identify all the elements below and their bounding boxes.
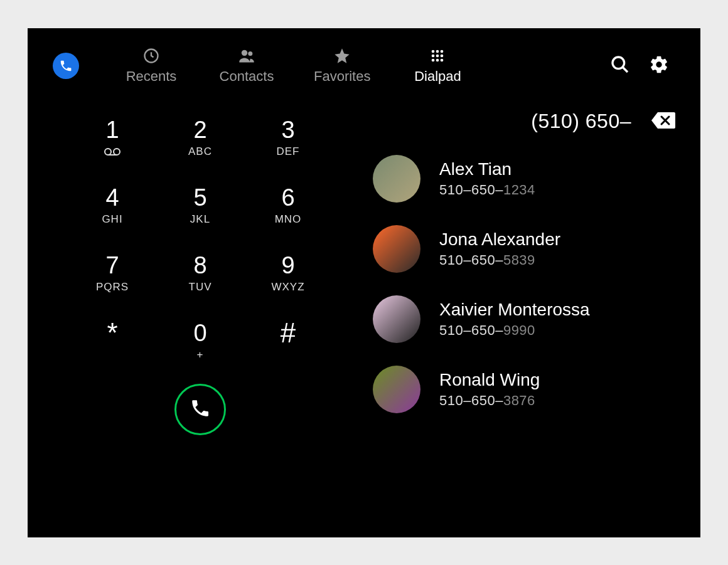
key-sub: WXYZ [271, 281, 304, 293]
key-7[interactable]: 7PQRS [68, 245, 156, 302]
dialed-number-row: (510) 650– [373, 110, 675, 133]
svg-point-5 [441, 50, 444, 53]
svg-point-2 [248, 51, 252, 56]
svg-point-9 [432, 59, 435, 62]
avatar [373, 295, 420, 343]
contact-phone: 510–650–5839 [439, 252, 560, 268]
key-digit: 8 [193, 253, 206, 277]
phone-app-icon[interactable] [53, 53, 79, 79]
gear-icon [649, 55, 669, 77]
dialed-number: (510) 650– [531, 110, 631, 133]
key-2[interactable]: 2ABC [156, 109, 244, 167]
key-digit: 3 [281, 118, 294, 142]
phone-match: 510–650– [439, 393, 503, 408]
key-sub: + [197, 349, 204, 361]
contact-name: Xaivier Monterossa [439, 300, 590, 320]
phone-rest: 3876 [503, 393, 535, 408]
key-3[interactable]: 3DEF [244, 109, 332, 167]
contact-phone: 510–650–3876 [439, 393, 540, 409]
key-9[interactable]: 9WXYZ [244, 245, 332, 302]
svg-point-1 [242, 50, 247, 56]
avatar [373, 366, 420, 413]
contact-info: Alex Tian510–650–1234 [439, 159, 535, 198]
phone-rest: 1234 [503, 182, 535, 198]
key-0[interactable]: 0+ [156, 312, 244, 370]
key-digit: 1 [105, 118, 119, 142]
svg-point-10 [436, 59, 439, 62]
svg-line-13 [623, 67, 628, 72]
svg-point-11 [441, 59, 444, 62]
contact-suggestion[interactable]: Jona Alexander510–650–5839 [373, 225, 675, 273]
key-1[interactable]: 1 [68, 109, 156, 167]
phone-app: Recents Contacts Favorites [28, 28, 700, 537]
svg-point-4 [436, 50, 439, 53]
tab-contacts[interactable]: Contacts [218, 47, 275, 85]
key-sub: DEF [277, 145, 300, 158]
key-digit: # [281, 319, 296, 347]
phone-rest: 5839 [503, 252, 535, 268]
suggestions-panel: (510) 650– Alex Tian510–650–1234Jona Ale… [373, 107, 675, 435]
people-icon [237, 47, 256, 65]
backspace-icon [650, 111, 675, 132]
key-6[interactable]: 6MNO [244, 177, 332, 235]
phone-match: 510–650– [439, 252, 503, 268]
top-actions [610, 55, 669, 77]
tab-dialpad[interactable]: Dialpad [409, 47, 466, 85]
key-sub [104, 145, 120, 158]
top-bar: Recents Contacts Favorites [28, 28, 700, 91]
search-button[interactable] [610, 55, 630, 77]
key-digit: 4 [105, 186, 119, 209]
contact-suggestion[interactable]: Xaivier Monterossa510–650–9990 [373, 295, 675, 343]
tab-recents[interactable]: Recents [123, 47, 179, 85]
key-5[interactable]: 5JKL [156, 177, 244, 235]
tab-label: Dialpad [414, 68, 461, 85]
key-digit: 0 [193, 321, 206, 345]
avatar [373, 225, 420, 273]
key-sub: ABC [188, 145, 212, 158]
phone-rest: 9990 [503, 322, 535, 338]
key-sub: GHI [102, 213, 122, 226]
key-sub: TUV [189, 281, 212, 293]
svg-point-8 [441, 55, 444, 58]
svg-point-3 [432, 50, 435, 53]
key-digit: 9 [281, 253, 294, 277]
key-#[interactable]: # [244, 312, 332, 370]
key-8[interactable]: 8TUV [156, 245, 244, 302]
settings-button[interactable] [649, 55, 669, 77]
tab-bar: Recents Contacts Favorites [123, 47, 466, 85]
svg-point-7 [436, 55, 439, 58]
dialpad-keys: 12ABC3DEF4GHI5JKL6MNO7PQRS8TUV9WXYZ*0+# [68, 107, 332, 372]
star-icon [333, 47, 351, 65]
key-digit: * [107, 319, 117, 347]
contact-phone: 510–650–9990 [439, 322, 590, 339]
phone-icon [190, 398, 211, 421]
key-digit: 6 [281, 186, 294, 209]
voicemail-icon [104, 147, 120, 156]
contact-info: Jona Alexander510–650–5839 [439, 230, 560, 268]
contact-suggestion[interactable]: Ronald Wing510–650–3876 [373, 366, 675, 413]
tab-label: Favorites [314, 68, 370, 85]
phone-match: 510–650– [439, 182, 503, 198]
key-sub: PQRS [96, 281, 129, 293]
svg-point-14 [105, 149, 111, 155]
contact-name: Jona Alexander [439, 230, 560, 250]
key-4[interactable]: 4GHI [68, 177, 156, 235]
main-content: 12ABC3DEF4GHI5JKL6MNO7PQRS8TUV9WXYZ*0+# … [28, 91, 700, 435]
contact-name: Alex Tian [439, 159, 535, 179]
backspace-button[interactable] [650, 111, 675, 132]
suggestions-list: Alex Tian510–650–1234Jona Alexander510–6… [373, 155, 675, 413]
key-*[interactable]: * [68, 312, 156, 370]
tab-label: Contacts [220, 68, 274, 85]
contact-suggestion[interactable]: Alex Tian510–650–1234 [373, 155, 675, 203]
key-digit: 7 [105, 253, 119, 277]
call-button[interactable] [174, 384, 226, 435]
dialpad-icon [429, 47, 446, 65]
dialpad: 12ABC3DEF4GHI5JKL6MNO7PQRS8TUV9WXYZ*0+# [53, 107, 348, 435]
key-digit: 2 [193, 118, 206, 142]
tab-favorites[interactable]: Favorites [314, 47, 370, 85]
contact-info: Ronald Wing510–650–3876 [439, 370, 540, 409]
clock-icon [142, 47, 160, 65]
key-digit: 5 [193, 186, 206, 209]
contact-phone: 510–650–1234 [439, 182, 535, 198]
key-sub: JKL [190, 213, 210, 226]
